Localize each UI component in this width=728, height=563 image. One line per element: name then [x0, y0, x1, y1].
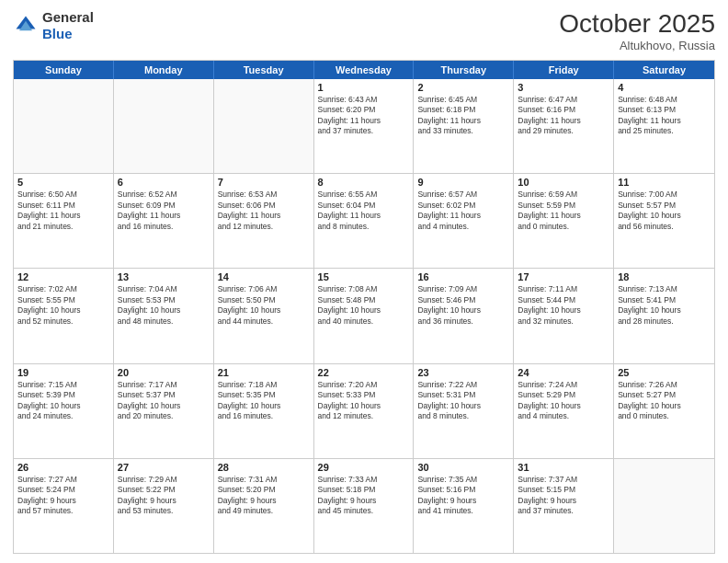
- cell-text: Sunrise: 7:20 AM Sunset: 5:33 PM Dayligh…: [318, 380, 410, 422]
- logo-blue: Blue: [42, 26, 73, 41]
- logo-text: General Blue: [42, 9, 94, 42]
- cell-text: Sunrise: 6:48 AM Sunset: 6:13 PM Dayligh…: [618, 95, 711, 137]
- day-number: 9: [417, 177, 509, 188]
- calendar-cell: 14Sunrise: 7:06 AM Sunset: 5:50 PM Dayli…: [214, 269, 314, 362]
- page: General Blue October 2025 Altukhovo, Rus…: [0, 0, 728, 563]
- calendar-cell: 19Sunrise: 7:15 AM Sunset: 5:39 PM Dayli…: [14, 364, 114, 458]
- cell-text: Sunrise: 7:35 AM Sunset: 5:16 PM Dayligh…: [417, 475, 509, 517]
- cell-text: Sunrise: 7:00 AM Sunset: 5:57 PM Dayligh…: [618, 190, 711, 232]
- cell-text: Sunrise: 7:09 AM Sunset: 5:46 PM Dayligh…: [417, 284, 509, 327]
- cell-text: Sunrise: 6:50 AM Sunset: 6:11 PM Dayligh…: [17, 190, 109, 232]
- header-day-wednesday: Wednesday: [314, 61, 415, 79]
- calendar-cell: 11Sunrise: 7:00 AM Sunset: 5:57 PM Dayli…: [614, 174, 714, 268]
- cell-text: Sunrise: 7:08 AM Sunset: 5:48 PM Dayligh…: [318, 284, 410, 327]
- day-number: 16: [417, 271, 509, 282]
- calendar-cell: 26Sunrise: 7:27 AM Sunset: 5:24 PM Dayli…: [14, 459, 114, 553]
- header-day-sunday: Sunday: [14, 61, 114, 79]
- cell-text: Sunrise: 7:22 AM Sunset: 5:31 PM Dayligh…: [417, 380, 509, 422]
- calendar-cell: 15Sunrise: 7:08 AM Sunset: 5:48 PM Dayli…: [314, 269, 415, 362]
- calendar-cell: 25Sunrise: 7:26 AM Sunset: 5:27 PM Dayli…: [614, 364, 714, 458]
- cell-text: Sunrise: 7:06 AM Sunset: 5:50 PM Dayligh…: [218, 284, 310, 327]
- cell-text: Sunrise: 6:57 AM Sunset: 6:02 PM Dayligh…: [417, 190, 509, 232]
- calendar-cell: 21Sunrise: 7:18 AM Sunset: 5:35 PM Dayli…: [214, 364, 314, 458]
- day-number: 1: [318, 82, 410, 93]
- calendar-row-5: 26Sunrise: 7:27 AM Sunset: 5:24 PM Dayli…: [14, 459, 714, 553]
- calendar-body: 1Sunrise: 6:43 AM Sunset: 6:20 PM Daylig…: [14, 79, 714, 553]
- cell-text: Sunrise: 7:33 AM Sunset: 5:18 PM Dayligh…: [318, 475, 410, 517]
- day-number: 5: [17, 177, 109, 188]
- day-number: 19: [17, 367, 109, 378]
- title-block: October 2025 Altukhovo, Russia: [559, 9, 715, 52]
- calendar-cell: 31Sunrise: 7:37 AM Sunset: 5:15 PM Dayli…: [514, 459, 614, 553]
- day-number: 6: [118, 177, 210, 188]
- cell-text: Sunrise: 7:13 AM Sunset: 5:41 PM Dayligh…: [618, 284, 711, 327]
- day-number: 15: [318, 271, 410, 282]
- header-day-saturday: Saturday: [614, 61, 714, 79]
- calendar-cell: 6Sunrise: 6:52 AM Sunset: 6:09 PM Daylig…: [114, 174, 214, 268]
- cell-text: Sunrise: 6:47 AM Sunset: 6:16 PM Dayligh…: [518, 95, 609, 137]
- cell-text: Sunrise: 7:11 AM Sunset: 5:44 PM Dayligh…: [518, 284, 609, 327]
- calendar-cell: 5Sunrise: 6:50 AM Sunset: 6:11 PM Daylig…: [14, 174, 114, 268]
- cell-text: Sunrise: 7:18 AM Sunset: 5:35 PM Dayligh…: [218, 380, 310, 422]
- day-number: 23: [417, 367, 509, 378]
- day-number: 30: [417, 462, 509, 473]
- day-number: 24: [518, 367, 609, 378]
- calendar-cell: 18Sunrise: 7:13 AM Sunset: 5:41 PM Dayli…: [614, 269, 714, 362]
- day-number: 29: [318, 462, 410, 473]
- calendar-cell: 9Sunrise: 6:57 AM Sunset: 6:02 PM Daylig…: [414, 174, 514, 268]
- day-number: 7: [218, 177, 310, 188]
- day-number: 20: [118, 367, 210, 378]
- calendar-cell: 28Sunrise: 7:31 AM Sunset: 5:20 PM Dayli…: [214, 459, 314, 553]
- header-day-monday: Monday: [114, 61, 214, 79]
- calendar-cell: [14, 79, 114, 173]
- cell-text: Sunrise: 7:02 AM Sunset: 5:55 PM Dayligh…: [17, 284, 109, 327]
- calendar-cell: 29Sunrise: 7:33 AM Sunset: 5:18 PM Dayli…: [314, 459, 415, 553]
- logo-general: General: [42, 9, 94, 25]
- calendar-row-2: 5Sunrise: 6:50 AM Sunset: 6:11 PM Daylig…: [14, 174, 714, 269]
- calendar-cell: 30Sunrise: 7:35 AM Sunset: 5:16 PM Dayli…: [414, 459, 514, 553]
- logo: General Blue: [13, 9, 94, 42]
- calendar-cell: [214, 79, 314, 173]
- calendar-cell: 27Sunrise: 7:29 AM Sunset: 5:22 PM Dayli…: [114, 459, 214, 553]
- calendar-cell: 7Sunrise: 6:53 AM Sunset: 6:06 PM Daylig…: [214, 174, 314, 268]
- calendar-cell: 1Sunrise: 6:43 AM Sunset: 6:20 PM Daylig…: [314, 79, 415, 173]
- calendar-row-1: 1Sunrise: 6:43 AM Sunset: 6:20 PM Daylig…: [14, 79, 714, 174]
- day-number: 22: [318, 367, 410, 378]
- cell-text: Sunrise: 7:24 AM Sunset: 5:29 PM Dayligh…: [518, 380, 609, 422]
- day-number: 28: [218, 462, 310, 473]
- calendar: SundayMondayTuesdayWednesdayThursdayFrid…: [13, 60, 715, 554]
- calendar-cell: 17Sunrise: 7:11 AM Sunset: 5:44 PM Dayli…: [514, 269, 614, 362]
- day-number: 14: [218, 271, 310, 282]
- cell-text: Sunrise: 7:15 AM Sunset: 5:39 PM Dayligh…: [17, 380, 109, 422]
- calendar-cell: [614, 459, 714, 553]
- day-number: 27: [118, 462, 210, 473]
- day-number: 12: [17, 271, 109, 282]
- cell-text: Sunrise: 7:31 AM Sunset: 5:20 PM Dayligh…: [218, 475, 310, 517]
- day-number: 10: [518, 177, 609, 188]
- cell-text: Sunrise: 7:27 AM Sunset: 5:24 PM Dayligh…: [17, 475, 109, 517]
- day-number: 3: [518, 82, 609, 93]
- day-number: 18: [618, 271, 711, 282]
- cell-text: Sunrise: 6:59 AM Sunset: 5:59 PM Dayligh…: [518, 190, 609, 232]
- day-number: 11: [618, 177, 711, 188]
- calendar-cell: 23Sunrise: 7:22 AM Sunset: 5:31 PM Dayli…: [414, 364, 514, 458]
- calendar-cell: 8Sunrise: 6:55 AM Sunset: 6:04 PM Daylig…: [314, 174, 415, 268]
- calendar-cell: 2Sunrise: 6:45 AM Sunset: 6:18 PM Daylig…: [414, 79, 514, 173]
- cell-text: Sunrise: 6:53 AM Sunset: 6:06 PM Dayligh…: [218, 190, 310, 232]
- header: General Blue October 2025 Altukhovo, Rus…: [13, 9, 715, 52]
- cell-text: Sunrise: 6:43 AM Sunset: 6:20 PM Dayligh…: [318, 95, 410, 137]
- month-title: October 2025: [559, 9, 715, 39]
- day-number: 13: [118, 271, 210, 282]
- calendar-cell: 16Sunrise: 7:09 AM Sunset: 5:46 PM Dayli…: [414, 269, 514, 362]
- cell-text: Sunrise: 6:55 AM Sunset: 6:04 PM Dayligh…: [318, 190, 410, 232]
- logo-icon: [13, 13, 39, 39]
- location: Altukhovo, Russia: [559, 39, 715, 52]
- cell-text: Sunrise: 6:45 AM Sunset: 6:18 PM Dayligh…: [417, 95, 509, 137]
- calendar-cell: 20Sunrise: 7:17 AM Sunset: 5:37 PM Dayli…: [114, 364, 214, 458]
- calendar-header: SundayMondayTuesdayWednesdayThursdayFrid…: [14, 61, 714, 79]
- cell-text: Sunrise: 6:52 AM Sunset: 6:09 PM Dayligh…: [118, 190, 210, 232]
- cell-text: Sunrise: 7:26 AM Sunset: 5:27 PM Dayligh…: [618, 380, 711, 422]
- calendar-row-4: 19Sunrise: 7:15 AM Sunset: 5:39 PM Dayli…: [14, 364, 714, 459]
- calendar-cell: 22Sunrise: 7:20 AM Sunset: 5:33 PM Dayli…: [314, 364, 415, 458]
- calendar-cell: 13Sunrise: 7:04 AM Sunset: 5:53 PM Dayli…: [114, 269, 214, 362]
